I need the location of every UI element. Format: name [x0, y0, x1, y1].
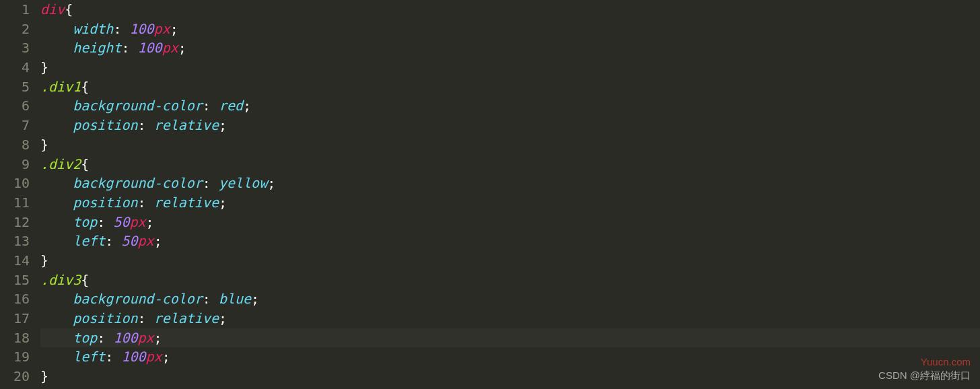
token-plain: :	[138, 310, 154, 326]
token-num: 100	[129, 21, 153, 37]
code-line[interactable]: div{	[40, 0, 980, 20]
token-plain	[40, 117, 73, 133]
code-line[interactable]: background-color: yellow;	[40, 174, 980, 193]
code-line[interactable]: }	[40, 58, 980, 77]
token-plain: ;	[219, 310, 227, 326]
token-plain: ;	[154, 330, 162, 346]
token-plain: }	[40, 252, 48, 269]
token-plain	[40, 291, 73, 307]
token-val: red	[219, 98, 243, 114]
code-area[interactable]: div{ width: 100px; height: 100px;}.div1{…	[40, 0, 980, 389]
token-plain	[40, 40, 73, 56]
token-prop: background-color	[73, 175, 203, 191]
line-number: 8	[0, 135, 30, 155]
code-line[interactable]: }	[40, 251, 980, 271]
code-line[interactable]: top: 100px;	[40, 328, 980, 348]
token-prop: position	[73, 117, 137, 133]
line-number: 12	[0, 213, 30, 232]
token-unit: px	[138, 233, 154, 249]
token-plain	[40, 194, 73, 211]
token-prop: background-color	[73, 291, 203, 307]
code-line[interactable]: .div3{	[40, 271, 980, 290]
token-num: 100	[138, 40, 162, 56]
code-line[interactable]: }	[40, 135, 980, 155]
code-line[interactable]: height: 100px;	[40, 38, 980, 58]
token-plain: }	[40, 137, 48, 153]
token-unit: px	[162, 40, 178, 56]
line-number: 18	[0, 328, 30, 348]
token-plain: ;	[219, 194, 227, 211]
token-plain: ;	[178, 40, 186, 56]
code-line[interactable]: left: 50px;	[40, 232, 980, 251]
token-num: 50	[113, 214, 129, 230]
token-val: yellow	[219, 175, 267, 191]
token-plain: :	[97, 330, 113, 346]
token-plain: :	[97, 214, 113, 230]
token-plain: ;	[146, 214, 154, 230]
token-cls: .div3	[40, 272, 81, 288]
token-prop: height	[73, 40, 121, 56]
line-number: 17	[0, 309, 30, 328]
token-plain	[40, 21, 73, 37]
token-cls: .div2	[40, 156, 81, 172]
token-num: 100	[121, 349, 145, 365]
token-plain: {	[81, 156, 89, 172]
token-prop: left	[73, 233, 105, 249]
token-plain: {	[81, 79, 89, 95]
token-val: relative	[154, 310, 219, 326]
code-line[interactable]: position: relative;	[40, 116, 980, 135]
line-number: 16	[0, 289, 30, 309]
token-sel: div	[40, 1, 65, 17]
token-num: 50	[121, 233, 137, 249]
code-line[interactable]: }	[40, 367, 980, 386]
token-plain: :	[138, 117, 154, 133]
token-prop: position	[73, 310, 137, 326]
token-plain	[40, 175, 73, 191]
code-editor[interactable]: 1234567891011121314151617181920 div{ wid…	[0, 0, 980, 389]
token-plain: :	[105, 233, 121, 249]
token-plain	[40, 310, 73, 326]
token-prop: position	[73, 194, 137, 211]
code-line[interactable]: background-color: red;	[40, 96, 980, 116]
code-line[interactable]: background-color: blue;	[40, 289, 980, 309]
code-line[interactable]: .div2{	[40, 155, 980, 174]
token-val: relative	[154, 117, 219, 133]
token-plain	[40, 349, 73, 365]
token-plain	[40, 330, 73, 346]
code-line[interactable]: position: relative;	[40, 193, 980, 213]
code-line[interactable]: width: 100px;	[40, 20, 980, 39]
token-plain: ;	[162, 349, 170, 365]
token-plain: ;	[251, 291, 259, 307]
token-plain: }	[40, 59, 48, 75]
line-number: 1	[0, 0, 30, 20]
token-plain: :	[203, 291, 219, 307]
code-line[interactable]: left: 100px;	[40, 347, 980, 367]
line-number: 10	[0, 174, 30, 193]
token-val: blue	[219, 291, 251, 307]
token-plain	[40, 214, 73, 230]
token-plain: :	[113, 21, 129, 37]
token-plain: ;	[267, 175, 275, 191]
token-prop: top	[73, 214, 97, 230]
token-plain: {	[65, 1, 73, 17]
token-val: relative	[154, 194, 219, 211]
token-plain: }	[40, 368, 48, 384]
watermark-csdn: CSDN @綍福的街口	[878, 369, 971, 382]
token-unit: px	[138, 330, 154, 346]
token-plain: :	[203, 98, 219, 114]
code-line[interactable]: .div1{	[40, 77, 980, 97]
token-unit: px	[146, 349, 162, 365]
token-cls: .div1	[40, 79, 81, 95]
token-plain: ;	[170, 21, 178, 37]
line-number: 20	[0, 367, 30, 386]
line-number: 6	[0, 96, 30, 116]
token-prop: left	[73, 349, 105, 365]
line-number: 15	[0, 271, 30, 290]
token-plain: {	[81, 272, 89, 288]
line-number: 11	[0, 193, 30, 213]
token-plain: :	[121, 40, 137, 56]
token-prop: top	[73, 330, 97, 346]
watermark-yuucn: Yuucn.com	[921, 356, 971, 367]
code-line[interactable]: top: 50px;	[40, 213, 980, 232]
code-line[interactable]: position: relative;	[40, 309, 980, 328]
